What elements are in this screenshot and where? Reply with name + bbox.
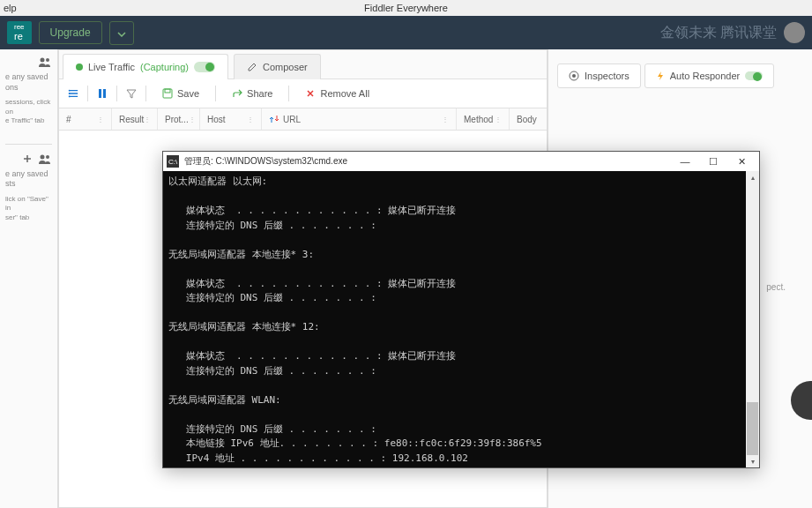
svg-rect-7 xyxy=(99,89,101,98)
people-icon[interactable] xyxy=(38,56,52,67)
tab-composer[interactable]: Composer xyxy=(234,54,321,79)
scroll-thumb[interactable] xyxy=(747,402,758,455)
main-toolbar: reere Upgrade 金领未来 腾讯课堂 xyxy=(0,16,812,49)
saved-requests-label: e any saved sts xyxy=(5,169,52,190)
col-url[interactable]: URL ⋮ xyxy=(262,108,457,130)
svg-point-0 xyxy=(41,58,45,63)
svg-point-2 xyxy=(41,154,45,159)
svg-point-3 xyxy=(46,155,49,159)
cmd-window: C:\ 管理员: C:\WINDOWS\system32\cmd.exe — ☐… xyxy=(162,151,760,468)
svg-rect-8 xyxy=(103,89,106,98)
share-button[interactable]: Share xyxy=(225,85,279,102)
saved-sessions-label: e any saved ons xyxy=(5,72,52,93)
avatar[interactable] xyxy=(784,22,805,43)
pause-icon[interactable] xyxy=(97,88,108,99)
maximize-button[interactable]: ☐ xyxy=(699,153,727,170)
watermark-text: 金领未来 腾讯课堂 xyxy=(660,24,777,42)
cmd-output[interactable]: 以太网适配器 以太网: 媒体状态 . . . . . . . . . . . .… xyxy=(163,171,746,467)
composer-icon xyxy=(247,62,257,72)
stream-icon[interactable] xyxy=(68,88,78,99)
scroll-down-button[interactable]: ▾ xyxy=(746,455,759,467)
live-dot-icon xyxy=(76,64,83,71)
auto-responder-toggle[interactable] xyxy=(745,71,763,80)
saved-sessions-hint: sessions, click on e Traffic" tab xyxy=(5,98,52,125)
cmd-icon: C:\ xyxy=(167,155,179,168)
left-sidebar: e any saved ons sessions, click on e Tra… xyxy=(0,49,58,508)
saved-requests-hint: lick on "Save" in ser" tab xyxy=(5,195,52,222)
svg-point-4 xyxy=(69,90,71,92)
col-protocol[interactable]: Prot...⋮ xyxy=(158,108,200,130)
scroll-up-button[interactable]: ▴ xyxy=(746,171,759,183)
filter-icon[interactable] xyxy=(126,88,137,99)
remove-icon xyxy=(305,88,316,99)
lightning-icon xyxy=(656,71,665,81)
sort-icon xyxy=(269,114,279,124)
tab-auto-responder[interactable]: Auto Responder xyxy=(644,64,775,88)
col-method[interactable]: Method⋮ xyxy=(457,108,510,130)
capture-toggle[interactable] xyxy=(194,62,215,72)
save-button[interactable]: Save xyxy=(155,85,206,102)
svg-rect-10 xyxy=(165,89,170,93)
share-icon xyxy=(232,88,242,99)
cmd-title: 管理员: C:\WINDOWS\system32\cmd.exe xyxy=(184,155,671,168)
tab-live-traffic[interactable]: Live Traffic (Capturing) xyxy=(63,54,228,79)
tab-inspectors[interactable]: Inspectors xyxy=(557,64,641,88)
inspect-icon xyxy=(569,71,579,81)
col-body[interactable]: Body xyxy=(510,108,547,130)
svg-point-5 xyxy=(69,93,71,94)
save-icon xyxy=(162,88,173,99)
re-badge: reere xyxy=(7,21,32,44)
people-icon[interactable] xyxy=(38,153,52,164)
col-host[interactable]: Host⋮ xyxy=(200,108,262,130)
upgrade-button[interactable]: Upgrade xyxy=(39,21,102,44)
help-menu[interactable]: elp xyxy=(4,3,17,13)
col-result[interactable]: Result⋮ xyxy=(112,108,158,130)
svg-point-1 xyxy=(46,58,49,62)
cmd-scrollbar[interactable]: ▴ ▾ xyxy=(746,171,759,467)
remove-all-button[interactable]: Remove All xyxy=(298,85,376,102)
upgrade-dropdown[interactable] xyxy=(109,21,134,45)
minimize-button[interactable]: — xyxy=(671,153,699,170)
sessions-table-header: #⋮ Result⋮ Prot...⋮ Host⋮ URL ⋮ Method⋮ … xyxy=(59,108,547,131)
cmd-titlebar[interactable]: C:\ 管理员: C:\WINDOWS\system32\cmd.exe — ☐… xyxy=(163,152,759,171)
close-button[interactable]: ✕ xyxy=(727,153,756,170)
plus-icon[interactable] xyxy=(22,153,33,164)
svg-point-12 xyxy=(572,74,576,78)
col-num[interactable]: #⋮ xyxy=(59,108,112,130)
app-title: Fiddler Everywhere xyxy=(364,3,448,13)
svg-point-6 xyxy=(69,96,71,98)
